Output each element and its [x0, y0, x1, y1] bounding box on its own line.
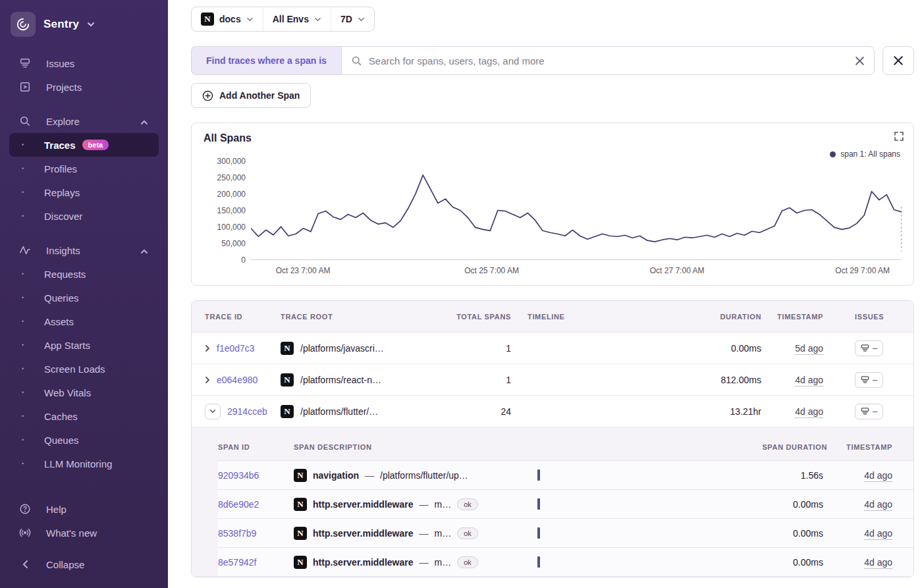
sidebar-item-label: App Starts — [44, 340, 90, 351]
collapse-label: Collapse — [46, 559, 84, 570]
col-duration: DURATION — [699, 313, 761, 321]
chevron-up-icon — [140, 116, 148, 127]
fullscreen-icon[interactable] — [894, 131, 904, 144]
span-row[interactable]: 920934b6 N navigation — /platforms/flutt… — [218, 460, 913, 489]
issues-button[interactable]: – — [855, 372, 883, 388]
y-tick: 50,000 — [221, 239, 246, 248]
span-filter-condition[interactable]: Find traces where a span is — [191, 46, 341, 75]
span-search-input[interactable] — [369, 55, 848, 67]
bullet-icon: • — [22, 413, 27, 419]
duration-value: 812.00ms — [699, 375, 761, 385]
timestamp-value[interactable]: 4d ago — [795, 406, 823, 418]
org-switcher[interactable]: Sentry — [0, 0, 168, 51]
span-timestamp-value[interactable]: 4d ago — [864, 557, 892, 569]
sidebar-item-discover[interactable]: • Discover — [9, 204, 159, 228]
span-id-link[interactable]: 8e57942f — [218, 557, 294, 568]
sidebar-item-queues[interactable]: • Queues — [9, 428, 159, 452]
span-row[interactable]: 8d6e90e2 N http.server.middleware — m… o… — [218, 489, 913, 518]
bullet-icon: • — [22, 271, 27, 277]
add-another-span-label: Add Another Span — [219, 90, 300, 101]
sidebar-item-issues[interactable]: Issues — [9, 51, 159, 75]
status-badge: ok — [457, 527, 478, 539]
span-search-box — [341, 46, 875, 75]
col-span-id: SPAN ID — [218, 443, 294, 451]
platform-icon: N — [281, 373, 294, 387]
sidebar-item-label: Requests — [44, 269, 86, 280]
platform-icon: N — [281, 405, 294, 418]
chevron-right-icon[interactable] — [205, 376, 210, 384]
chevron-down-icon — [314, 17, 321, 22]
sidebar-item-queries[interactable]: • Queries — [9, 286, 159, 309]
span-search-row: Find traces where a span is — [191, 46, 914, 75]
span-id-link[interactable]: 8d6e90e2 — [218, 499, 294, 510]
pulse-icon — [18, 244, 32, 256]
issues-button[interactable]: – — [855, 404, 883, 419]
collapse-row-button[interactable] — [205, 404, 221, 419]
sidebar-item-projects[interactable]: Projects — [9, 75, 159, 99]
sidebar-footer: Help What's new Collapse — [0, 497, 168, 588]
sidebar-item-requests[interactable]: • Requests — [9, 262, 159, 286]
y-tick: 200,000 — [217, 190, 246, 199]
sidebar-section-explore[interactable]: Explore — [9, 109, 159, 133]
y-tick: 250,000 — [217, 173, 246, 182]
chart-plot[interactable] — [251, 161, 902, 260]
beta-badge: beta — [82, 140, 109, 150]
trace-id-link[interactable]: 2914cceb — [227, 406, 267, 417]
span-row[interactable]: 8e57942f N http.server.middleware — m… o… — [218, 547, 913, 576]
span-op: http.server.middleware — [313, 499, 414, 510]
y-tick: 0 — [241, 255, 246, 265]
table-row-expanded[interactable]: 2914cceb N /platforms/flutter/… 24 13.21… — [192, 396, 913, 427]
timestamp-value[interactable]: 4d ago — [795, 375, 823, 387]
trace-id-link[interactable]: f1e0d7c3 — [217, 343, 255, 354]
col-span-duration: SPAN DURATION — [705, 443, 827, 451]
y-axis: 300,000 250,000 200,000 150,000 100,000 … — [203, 161, 251, 260]
sidebar-item-label: Screen Loads — [44, 363, 105, 375]
plus-circle-icon — [202, 90, 213, 101]
sidebar-item-help[interactable]: Help — [9, 497, 159, 521]
span-timestamp-value[interactable]: 4d ago — [864, 528, 892, 540]
issues-button[interactable]: – — [855, 340, 883, 356]
sidebar-item-profiles[interactable]: • Profiles — [9, 157, 159, 180]
sidebar-item-label: Queues — [44, 435, 79, 446]
trace-id-link[interactable]: e064e980 — [217, 375, 258, 385]
project-filter[interactable]: N docs — [192, 7, 263, 31]
date-range-filter[interactable]: 7D — [331, 7, 374, 31]
sidebar-collapse-button[interactable]: Collapse — [9, 548, 159, 580]
platform-icon: N — [294, 498, 307, 511]
span-timestamp-value[interactable]: 4d ago — [864, 470, 892, 482]
clear-search-icon[interactable] — [855, 56, 865, 66]
remove-span-filter-button[interactable] — [882, 46, 914, 75]
chart-area: 300,000 250,000 200,000 150,000 100,000 … — [203, 161, 902, 260]
col-span-description: SPAN DESCRIPTION — [294, 443, 537, 451]
sidebar-section-insights[interactable]: Insights — [9, 238, 159, 262]
table-row[interactable]: f1e0d7c3 N /platforms/javascri… 1 0.00ms… — [192, 333, 913, 364]
sidebar-item-label: Issues — [46, 58, 74, 69]
y-tick: 150,000 — [217, 206, 246, 215]
span-description: m… — [435, 528, 452, 539]
platform-icon: N — [201, 13, 214, 26]
sidebar-item-llm-monitoring[interactable]: • LLM Monitoring — [9, 452, 159, 475]
timestamp-value[interactable]: 5d ago — [795, 343, 823, 355]
trace-root-text: /platforms/flutter/… — [300, 406, 378, 417]
sidebar-item-screen-loads[interactable]: • Screen Loads — [9, 357, 159, 381]
sidebar-item-label: Caches — [44, 411, 78, 422]
span-id-link[interactable]: 920934b6 — [218, 470, 294, 481]
environment-filter[interactable]: All Envs — [263, 7, 331, 31]
sidebar-item-replays[interactable]: • Replays — [9, 180, 159, 204]
search-icon — [18, 115, 32, 127]
chevron-right-icon[interactable] — [205, 344, 210, 352]
add-another-span-button[interactable]: Add Another Span — [191, 83, 311, 108]
sidebar-item-label: Traces — [44, 140, 76, 151]
sidebar-item-web-vitals[interactable]: • Web Vitals — [9, 381, 159, 404]
sidebar-item-assets[interactable]: • Assets — [9, 309, 159, 333]
sidebar-item-whats-new[interactable]: What's new — [9, 521, 159, 545]
sidebar-item-traces[interactable]: • Traces beta — [9, 133, 159, 157]
span-timestamp-value[interactable]: 4d ago — [864, 499, 892, 511]
sidebar-item-app-starts[interactable]: • App Starts — [9, 333, 159, 357]
chart-legend[interactable]: span 1: All spans — [830, 149, 900, 159]
table-row[interactable]: e064e980 N /platforms/react-n… 1 812.00m… — [192, 364, 913, 396]
span-row[interactable]: 8538f7b9 N http.server.middleware — m… o… — [218, 518, 913, 547]
span-duration-value: 0.00ms — [793, 557, 827, 568]
sidebar-item-caches[interactable]: • Caches — [9, 404, 159, 428]
span-id-link[interactable]: 8538f7b9 — [218, 528, 294, 539]
